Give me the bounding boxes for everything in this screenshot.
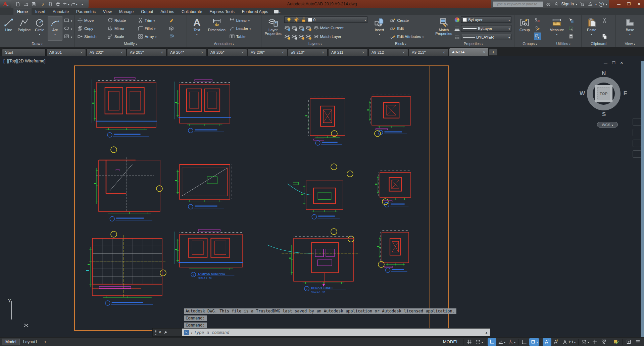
file-tab-a9-210[interactable]: a9-210* bbox=[288, 48, 328, 56]
customization-menu-button[interactable] bbox=[633, 338, 642, 346]
reference-bubble[interactable] bbox=[375, 131, 381, 137]
table-button[interactable]: Table bbox=[228, 33, 257, 40]
linear-button[interactable]: Linear bbox=[228, 16, 257, 24]
file-tab-a9-213[interactable]: A9-213* bbox=[409, 48, 448, 56]
ortho-mode-toggle[interactable] bbox=[488, 338, 496, 346]
file-tab-a9-204[interactable]: A9-204* bbox=[167, 48, 207, 56]
auto-scale-toggle[interactable] bbox=[552, 338, 560, 346]
isolate-objects-button[interactable] bbox=[599, 338, 608, 346]
copy-clip-button[interactable] bbox=[601, 33, 608, 40]
measure-button[interactable]: Measure bbox=[547, 16, 567, 41]
utilities-panel-label[interactable]: Utilities bbox=[545, 41, 581, 47]
close-button[interactable] bbox=[634, 0, 644, 8]
rotate-button[interactable]: Rotate bbox=[106, 16, 136, 24]
quick-select-button[interactable] bbox=[567, 16, 575, 24]
command-expand-arrow[interactable] bbox=[485, 331, 488, 334]
undo-button[interactable] bbox=[62, 1, 70, 7]
make-current-button[interactable]: Make Current bbox=[312, 24, 345, 32]
layer-properties-button[interactable]: Layer Properties bbox=[263, 16, 284, 41]
sign-in-dropdown-arrow[interactable] bbox=[576, 2, 577, 6]
new-layout-button[interactable]: + bbox=[41, 339, 50, 345]
ribbon-tab-manage[interactable]: Manage bbox=[115, 8, 137, 15]
view-panel-label[interactable]: View bbox=[616, 41, 644, 47]
file-tab-a9-201[interactable]: A9-201 bbox=[46, 48, 86, 56]
ribbon-tab-home[interactable]: Home bbox=[13, 8, 32, 15]
ribbon-tab-output[interactable]: Output bbox=[137, 8, 157, 15]
command-input[interactable]: Type a command bbox=[182, 329, 490, 336]
move-button[interactable]: Move bbox=[76, 16, 105, 24]
paste-button[interactable]: Paste bbox=[583, 16, 600, 41]
command-bar-handle[interactable] bbox=[153, 329, 182, 336]
detail-drawing[interactable] bbox=[375, 171, 411, 207]
tab-close-icon[interactable] bbox=[443, 51, 445, 54]
recent-commands-arrow[interactable] bbox=[191, 330, 192, 335]
qat-customize-button[interactable] bbox=[79, 1, 86, 7]
group-button[interactable]: Group bbox=[516, 16, 533, 41]
linetype-select[interactable]: BYLAYER bbox=[461, 34, 511, 40]
reference-bubble[interactable] bbox=[331, 229, 337, 235]
base-button[interactable]: Base bbox=[621, 16, 639, 41]
ungroup-button[interactable] bbox=[534, 16, 541, 24]
ribbon-display-toggle[interactable] bbox=[274, 9, 281, 15]
layout1-tab[interactable]: Layout1 bbox=[20, 339, 41, 345]
reference-bubble[interactable] bbox=[378, 261, 384, 267]
leader-button[interactable]: Leader bbox=[228, 24, 257, 32]
reference-bubble[interactable] bbox=[382, 199, 388, 205]
array-button[interactable]: Array bbox=[136, 33, 167, 40]
fillet-button[interactable]: Fillet bbox=[136, 24, 167, 32]
draw-panel-label[interactable]: Draw bbox=[0, 41, 74, 47]
new-drawing-tab-button[interactable]: + bbox=[489, 49, 497, 55]
drawing-close-button[interactable] bbox=[620, 61, 623, 65]
help-dropdown-arrow[interactable] bbox=[606, 2, 607, 6]
ribbon-tab-addins[interactable]: Add-ins bbox=[157, 8, 178, 15]
open-button[interactable] bbox=[22, 1, 30, 7]
layer-on-tool-icon[interactable] bbox=[284, 34, 290, 40]
scale-button[interactable]: Scale bbox=[106, 33, 136, 40]
help-button[interactable]: ? bbox=[599, 2, 604, 7]
command-close-icon[interactable] bbox=[158, 330, 161, 335]
file-tab-a9-212[interactable]: A9-212 bbox=[368, 48, 408, 56]
tab-close-icon[interactable] bbox=[402, 51, 405, 54]
offset-button[interactable] bbox=[168, 33, 175, 40]
trim-button[interactable]: Trim bbox=[136, 16, 167, 24]
layer-unlock-icon[interactable] bbox=[301, 17, 307, 23]
drawing-canvas[interactable]: 6TAMPAK SAMPINGSKALA 1 : 507DENAH LOKETS… bbox=[0, 56, 644, 337]
edit-block-button[interactable]: Edit bbox=[389, 24, 425, 32]
copy-button[interactable]: Copy bbox=[76, 24, 105, 32]
detail-drawing[interactable]: 6TAMPAK SAMPINGSKALA 1 : 50 bbox=[175, 230, 243, 279]
ribbon-tab-annotate[interactable]: Annotate bbox=[49, 8, 72, 15]
tab-close-icon[interactable] bbox=[161, 51, 163, 54]
layer-on-icon[interactable] bbox=[286, 17, 292, 23]
isometric-drafting-toggle[interactable] bbox=[507, 338, 516, 346]
layer-unisolate-icon[interactable] bbox=[291, 34, 297, 40]
detail-drawing[interactable] bbox=[94, 157, 160, 221]
create-block-button[interactable]: Create bbox=[389, 16, 425, 24]
layer-off-icon[interactable] bbox=[284, 25, 290, 31]
maximize-button[interactable] bbox=[624, 0, 634, 8]
save-as-button[interactable] bbox=[38, 1, 46, 7]
properties-panel-label[interactable]: Properties bbox=[432, 41, 514, 47]
file-tab-a9-203[interactable]: A9-203* bbox=[127, 48, 166, 56]
file-tab-a9-211[interactable]: A9-211 bbox=[328, 48, 368, 56]
grid-display-toggle[interactable] bbox=[465, 338, 474, 346]
tab-close-icon[interactable] bbox=[282, 51, 284, 54]
object-snap-toggle[interactable] bbox=[529, 338, 539, 346]
edit-attributes-button[interactable]: Edit Attributes bbox=[389, 33, 425, 40]
layer-thaw-all-icon[interactable] bbox=[298, 34, 304, 40]
app-store-cart-icon[interactable] bbox=[579, 1, 585, 7]
command-line-bar[interactable]: Type a command bbox=[153, 329, 490, 336]
sheet-border[interactable] bbox=[75, 66, 449, 331]
hatch-button[interactable] bbox=[63, 33, 73, 40]
layer-lock-icon[interactable] bbox=[305, 25, 311, 31]
layer-unlock-tool-icon[interactable] bbox=[305, 34, 311, 40]
tab-close-icon[interactable] bbox=[483, 50, 486, 54]
minimize-button[interactable] bbox=[614, 0, 624, 8]
annotation-monitor-button[interactable] bbox=[590, 338, 599, 346]
search-input[interactable] bbox=[493, 1, 543, 7]
open-from-web-mobile-button[interactable] bbox=[46, 1, 54, 7]
file-tab-start[interactable]: Start bbox=[2, 48, 46, 56]
match-layer-button[interactable]: Match Layer bbox=[312, 33, 343, 40]
stretch-button[interactable]: Stretch bbox=[76, 33, 105, 40]
save-button[interactable] bbox=[30, 1, 38, 7]
select-objects-button[interactable] bbox=[567, 24, 575, 32]
